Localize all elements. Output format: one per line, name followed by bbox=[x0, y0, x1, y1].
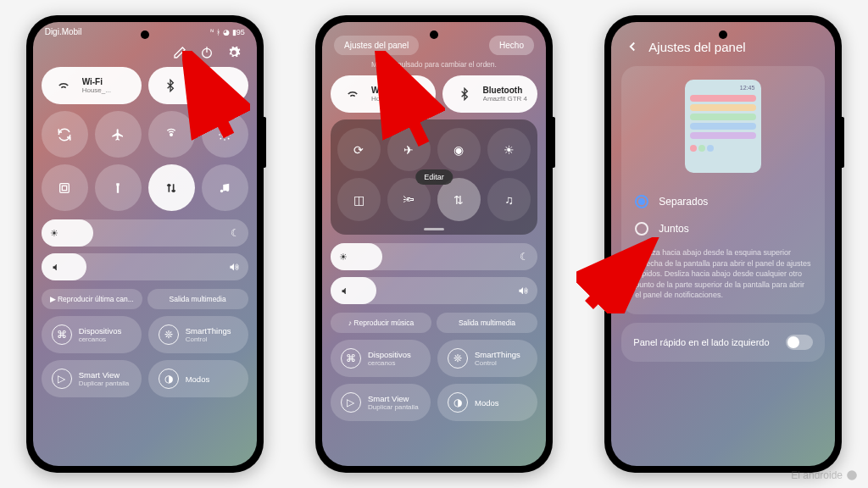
airplane-tile[interactable] bbox=[95, 111, 142, 158]
carrier-label: Digi.Mobil bbox=[45, 27, 82, 36]
wifi-tile[interactable]: Wi-FiHouse_Of_Bars... bbox=[331, 75, 436, 113]
flashlight-tile[interactable] bbox=[95, 164, 142, 211]
camera-hole bbox=[719, 30, 727, 39]
svg-rect-4 bbox=[60, 183, 70, 192]
svg-point-12 bbox=[847, 470, 857, 480]
drag-handle-icon[interactable] bbox=[424, 228, 444, 230]
modes-tile[interactable]: ◑ Modos bbox=[437, 384, 537, 421]
left-side-switch-row[interactable]: Panel rápido en el lado izquierdo bbox=[621, 323, 825, 362]
settings-title: Ajustes del panel bbox=[648, 40, 745, 54]
panel-header-icons bbox=[33, 42, 257, 67]
music-tile[interactable]: ♫ bbox=[487, 178, 531, 221]
smartthings-icon: ❊ bbox=[159, 324, 179, 345]
media-output-chip[interactable]: Salida multimedia bbox=[147, 289, 248, 309]
phone-mockup-1: Digi.Mobil ᴺ ᚼ ◕ ▮95 Wi-FiHouse_... B bbox=[26, 15, 264, 473]
devices-icon: ⌘ bbox=[341, 348, 361, 369]
screen-panel-settings: Ajustes del panel 12:45 Separados bbox=[611, 22, 835, 466]
screenshot-tile[interactable] bbox=[42, 164, 88, 211]
music-tile[interactable] bbox=[202, 164, 248, 211]
option-separados[interactable]: Separados bbox=[633, 188, 813, 215]
wifi-label: Wi-Fi bbox=[82, 77, 111, 86]
screenshot-tile[interactable]: ◫ bbox=[337, 178, 381, 221]
smartthings-icon: ❊ bbox=[448, 348, 468, 369]
tile-grid-edit[interactable]: Editar ⟳ ✈ ◉ ☀ ◫ 🔦︎ ⇅ ♫ bbox=[331, 119, 537, 235]
phone-mockup-3: Ajustes del panel 12:45 Separados bbox=[604, 15, 842, 473]
screen-quick-panel: Digi.Mobil ᴺ ᚼ ◕ ▮95 Wi-FiHouse_... B bbox=[33, 22, 257, 466]
gear-icon[interactable] bbox=[226, 45, 242, 60]
back-icon[interactable] bbox=[625, 39, 640, 54]
bluetooth-tile[interactable]: BluetoothAmazfit GTR 4 bbox=[442, 75, 537, 113]
brightness-slider[interactable]: ☀ ☾ bbox=[42, 219, 248, 247]
bt-status-icon: ᚼ bbox=[216, 28, 220, 36]
hotspot-tile[interactable] bbox=[148, 111, 195, 158]
cast-icon: ▷ bbox=[52, 369, 72, 389]
svg-point-3 bbox=[222, 132, 226, 136]
nearby-devices-tile[interactable]: ⌘ Dispositivoscercanos bbox=[331, 340, 431, 377]
cast-icon: ▷ bbox=[341, 392, 361, 413]
smartthings-tile[interactable]: ❊ SmartThingsControl bbox=[148, 316, 248, 353]
nearby-devices-tile[interactable]: ⌘ Dispositivoscercanos bbox=[42, 316, 142, 353]
rotate-tile[interactable] bbox=[42, 111, 88, 158]
watermark: El androide bbox=[791, 469, 858, 481]
modes-icon: ◑ bbox=[159, 369, 179, 389]
camera-hole bbox=[141, 30, 149, 39]
wifi-icon bbox=[52, 74, 75, 97]
bluetooth-label: Bluetooth bbox=[189, 81, 229, 91]
location-icon: ◕ bbox=[223, 28, 230, 36]
media-output-chip[interactable]: Salida multimedia bbox=[437, 313, 537, 333]
edit-hint-label: Mantén pulsado para cambiar el orden. bbox=[322, 60, 546, 75]
brightness-slider[interactable]: ☀ ☾ bbox=[331, 243, 537, 270]
devices-icon: ⌘ bbox=[52, 324, 72, 345]
wifi-icon bbox=[341, 82, 364, 106]
bluetooth-tile[interactable]: Bluetooth bbox=[148, 67, 248, 104]
screen-edit-panel: Ajustes del panel Hecho Mantén pulsado p… bbox=[322, 22, 546, 466]
switch-label: Panel rápido en el lado izquierdo bbox=[633, 337, 769, 347]
preview-thumbnail: 12:45 bbox=[685, 80, 761, 173]
nfc-icon: ᴺ bbox=[210, 28, 214, 36]
modes-tile[interactable]: ◑ Modos bbox=[148, 360, 248, 397]
smartthings-tile[interactable]: ❊ SmartThingsControl bbox=[437, 340, 537, 377]
radio-selected-icon bbox=[635, 195, 648, 208]
wifi-tile[interactable]: Wi-FiHouse_... bbox=[42, 67, 142, 104]
bluetooth-icon bbox=[159, 74, 182, 97]
edit-badge: Editar bbox=[415, 169, 453, 185]
done-button[interactable]: Hecho bbox=[489, 36, 534, 55]
wifi-sublabel: House_... bbox=[82, 86, 111, 94]
layout-options-card: 12:45 Separados Juntos Desliz bbox=[621, 66, 825, 314]
option-juntos[interactable]: Juntos bbox=[633, 215, 813, 242]
toggle-switch[interactable] bbox=[786, 335, 813, 350]
svg-point-2 bbox=[170, 133, 173, 136]
brightness-extra-tile[interactable]: ☀ bbox=[487, 128, 531, 171]
camera-hole bbox=[430, 30, 438, 39]
moon-icon: ☾ bbox=[520, 251, 529, 263]
sun-icon: ☀ bbox=[50, 228, 62, 239]
media-playback-chip[interactable]: ♪ Reproducir música bbox=[331, 313, 431, 333]
smart-view-tile[interactable]: ▷ Smart ViewDuplicar pantalla bbox=[42, 360, 142, 397]
data-tile[interactable] bbox=[148, 164, 195, 211]
radio-unselected-icon bbox=[635, 222, 648, 236]
edit-icon[interactable] bbox=[172, 45, 187, 60]
volume-slider[interactable]: 🔈︎ 🔊︎ bbox=[42, 253, 248, 280]
svg-rect-5 bbox=[62, 186, 66, 190]
brightness-extra-tile[interactable] bbox=[202, 111, 248, 158]
bluetooth-icon bbox=[453, 82, 476, 106]
sun-icon: ☀ bbox=[339, 252, 351, 263]
speaker-low-icon: 🔈︎ bbox=[339, 286, 351, 296]
volume-slider[interactable]: 🔈︎ 🔊︎ bbox=[331, 277, 537, 304]
speaker-high-icon: 🔊︎ bbox=[230, 261, 240, 273]
modes-icon: ◑ bbox=[448, 392, 468, 413]
power-icon[interactable] bbox=[199, 45, 214, 60]
phone-mockup-2: Ajustes del panel Hecho Mantén pulsado p… bbox=[315, 15, 553, 473]
moon-icon: ☾ bbox=[231, 227, 240, 239]
panel-settings-button[interactable]: Ajustes del panel bbox=[334, 36, 419, 55]
battery-icon: ▮95 bbox=[232, 28, 245, 36]
smart-view-tile[interactable]: ▷ Smart ViewDuplicar pantalla bbox=[331, 384, 431, 421]
rotate-tile[interactable]: ⟳ bbox=[337, 128, 381, 171]
airplane-tile[interactable]: ✈ bbox=[387, 128, 431, 171]
speaker-low-icon: 🔈︎ bbox=[50, 262, 62, 272]
speaker-high-icon: 🔊︎ bbox=[519, 285, 529, 297]
hotspot-tile[interactable]: ◉ bbox=[437, 128, 481, 171]
help-description: Desliza hacia abajo desde la esquina sup… bbox=[633, 242, 813, 301]
media-playback-chip[interactable]: ▶ Reproducir última can... bbox=[42, 289, 142, 309]
